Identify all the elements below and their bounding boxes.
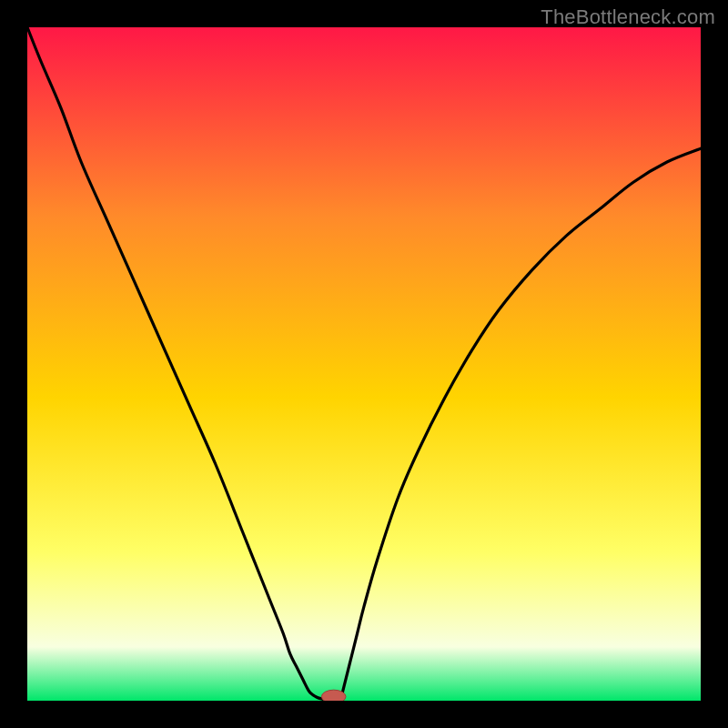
bottleneck-chart <box>27 27 701 701</box>
chart-frame: TheBottleneck.com <box>0 0 728 728</box>
bottleneck-marker <box>321 690 346 701</box>
plot-area <box>27 27 701 701</box>
watermark-text: TheBottleneck.com <box>541 5 715 29</box>
gradient-background <box>27 27 701 701</box>
